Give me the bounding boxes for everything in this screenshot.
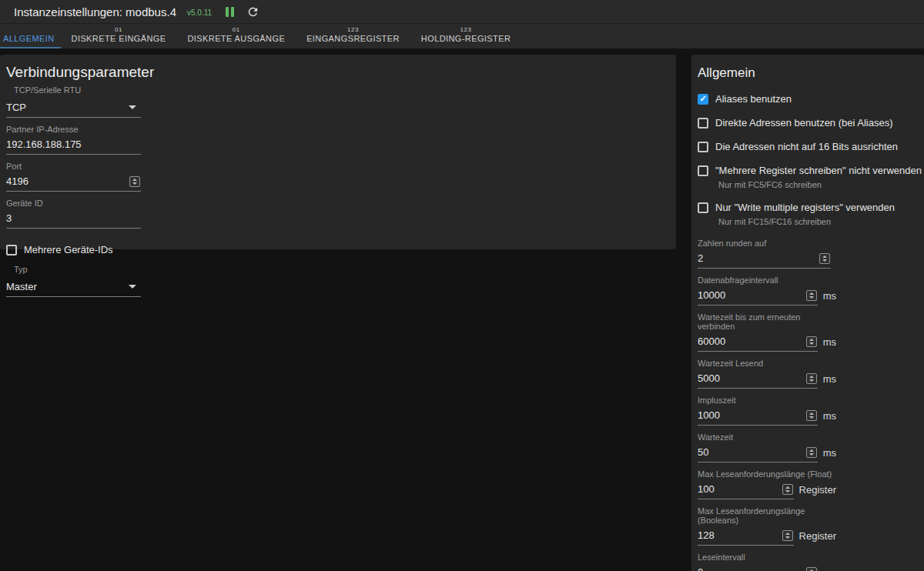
checkbox-label: Aliases benutzen — [715, 93, 792, 105]
number-spinner-icon[interactable] — [806, 410, 817, 421]
field-label: Impluszeit — [698, 396, 836, 405]
chevron-down-icon — [129, 285, 136, 289]
number-spinner-icon[interactable] — [806, 567, 817, 571]
checkbox-label: Direkte Adressen benutzen (bei Aliases) — [715, 117, 893, 129]
checkbox-box — [698, 94, 708, 105]
field-pulse-time: Impluszeit ms — [698, 396, 836, 426]
tab-bar: ALLGEMEIN 01 DISKRETE EINGÄNGE 01 DISKRE… — [0, 23, 924, 48]
partner-ip-label: Partner IP-Adresse — [6, 125, 141, 134]
number-spinner-icon[interactable] — [806, 447, 817, 458]
connection-panel: Verbindungsparameter TCP/Serielle RTU TC… — [0, 55, 676, 249]
general-panel: Allgemein Aliases benutzen Direkte Adres… — [691, 55, 924, 571]
checkbox-sublabel: Nur mit FC15/FC16 schreiben — [718, 217, 918, 226]
field-label: Max Leseanforderungslänge (Float) — [698, 469, 836, 479]
checkbox-label: "Mehrere Register schreiben" nicht verwe… — [715, 165, 922, 176]
pause-icon[interactable] — [226, 7, 234, 17]
field-label: Wartezeit — [698, 432, 836, 442]
field-connection-type: TCP/Serielle RTU TCP — [6, 85, 141, 118]
connection-type-value: TCP — [6, 102, 26, 113]
refresh-icon[interactable] — [246, 5, 259, 18]
field-read-interval: Leseintervall ms — [698, 553, 836, 571]
read-interval-input[interactable] — [698, 562, 818, 571]
field-role: Typ Master — [6, 265, 141, 297]
checkbox-box — [698, 142, 708, 152]
tab-allgemein[interactable]: ALLGEMEIN — [0, 24, 61, 48]
field-wait-time: Wartezeit ms — [698, 432, 836, 462]
poll-interval-input[interactable] — [698, 285, 818, 306]
tab-badge: 01 — [115, 26, 122, 34]
wait-time-input[interactable] — [698, 442, 818, 462]
field-partner-ip: Partner IP-Adresse — [6, 125, 141, 155]
field-label: Wartezeit Lesend — [698, 359, 836, 368]
checkbox-no-align-16bits[interactable]: Die Adressen nicht auf 16 Bits ausrichte… — [698, 141, 918, 152]
checkbox-label: Nur "Write multiple registers" verwenden — [715, 202, 895, 213]
number-spinner-icon[interactable] — [806, 336, 817, 347]
checkbox-box — [6, 245, 17, 255]
page-title: Instanzeinstellungen: modbus.4 — [14, 5, 176, 18]
tab-diskrete-ausgaenge[interactable]: 01 DISKRETE AUSGÄNGE — [177, 24, 296, 48]
tab-holding-register[interactable]: 123 HOLDING-REGISTER — [410, 24, 521, 48]
checkbox-sublabel: Nur mit FC5/FC6 schreiben — [718, 180, 918, 189]
field-label: Max Leseanforderungslänge (Booleans) — [698, 506, 836, 525]
field-label: Leseintervall — [698, 553, 836, 562]
checkbox-box — [698, 118, 708, 129]
device-id-input[interactable] — [6, 208, 141, 229]
tab-badge: 123 — [460, 26, 472, 34]
field-round-numbers: Zahlen runden auf — [698, 239, 836, 269]
tab-label: DISKRETE EINGÄNGE — [72, 34, 166, 43]
checkbox-direct-addresses[interactable]: Direkte Adressen benutzen (bei Aliases) — [698, 117, 918, 129]
field-suffix: ms — [823, 290, 836, 306]
pulse-time-input[interactable] — [698, 405, 818, 426]
device-id-label: Geräte ID — [6, 199, 141, 208]
max-read-float-input[interactable] — [698, 479, 794, 499]
tab-label: EINGANGSREGISTER — [306, 34, 400, 43]
field-reconnect-time: Wartezeit bis zum erneuten verbinden ms — [698, 312, 836, 352]
field-suffix: ms — [823, 373, 836, 389]
checkbox-box — [698, 165, 708, 176]
tab-eingangsregister[interactable]: 123 EINGANGSREGISTER — [296, 24, 410, 48]
field-port: Port — [6, 162, 141, 192]
tab-label: ALLGEMEIN — [3, 34, 55, 43]
read-timeout-input[interactable] — [698, 368, 818, 389]
role-select[interactable]: Master — [6, 274, 141, 297]
field-suffix: ms — [823, 336, 836, 352]
field-suffix: Register — [799, 484, 836, 499]
number-spinner-icon[interactable] — [129, 176, 140, 187]
round-numbers-input[interactable] — [698, 248, 831, 269]
chevron-down-icon — [129, 105, 136, 109]
max-read-booleans-input[interactable] — [698, 525, 794, 546]
version-badge: v5.0.11 — [187, 8, 212, 17]
field-device-id: Geräte ID — [6, 199, 141, 229]
tab-badge: 01 — [233, 26, 240, 34]
number-spinner-icon[interactable] — [819, 253, 830, 264]
field-suffix: ms — [823, 567, 836, 571]
partner-ip-input[interactable] — [6, 134, 141, 155]
field-label: Zahlen runden auf — [698, 239, 836, 248]
field-suffix: ms — [823, 410, 836, 426]
number-spinner-icon[interactable] — [806, 373, 817, 384]
field-max-read-booleans: Max Leseanforderungslänge (Booleans) Reg… — [698, 506, 836, 546]
role-value: Master — [6, 281, 37, 292]
checkbox-multiple-device-ids[interactable]: Mehrere Geräte-IDs — [6, 244, 664, 255]
number-spinner-icon[interactable] — [806, 290, 817, 301]
field-label: Datenabfrageintervall — [698, 275, 836, 285]
connection-type-label: TCP/Serielle RTU — [14, 85, 141, 95]
checkbox-box — [698, 202, 708, 213]
port-input[interactable] — [6, 171, 141, 192]
field-suffix: Register — [799, 530, 836, 546]
field-suffix: ms — [823, 447, 836, 462]
number-spinner-icon[interactable] — [782, 530, 793, 541]
checkbox-label: Die Adressen nicht auf 16 Bits ausrichte… — [715, 141, 898, 152]
tab-diskrete-eingaenge[interactable]: 01 DISKRETE EINGÄNGE — [61, 24, 177, 48]
checkbox-use-aliases[interactable]: Aliases benutzen — [698, 93, 918, 105]
reconnect-time-input[interactable] — [698, 331, 818, 352]
field-label: Wartezeit bis zum erneuten verbinden — [698, 312, 836, 331]
role-label: Typ — [14, 265, 141, 274]
general-title: Allgemein — [698, 65, 918, 81]
content-area: Verbindungsparameter TCP/Serielle RTU TC… — [0, 48, 924, 571]
field-read-timeout: Wartezeit Lesend ms — [698, 359, 836, 389]
connection-type-select[interactable]: TCP — [6, 95, 141, 118]
checkbox-no-write-multiple[interactable]: "Mehrere Register schreiben" nicht verwe… — [698, 165, 918, 176]
number-spinner-icon[interactable] — [782, 484, 793, 495]
checkbox-only-write-multiple[interactable]: Nur "Write multiple registers" verwenden — [698, 202, 918, 213]
